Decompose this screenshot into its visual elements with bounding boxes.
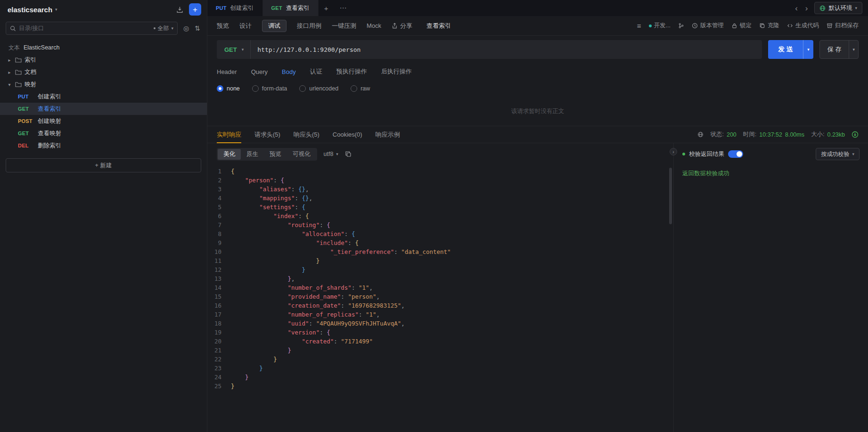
clone-button[interactable]: 克隆: [759, 22, 779, 30]
radio-none[interactable]: none: [217, 85, 240, 92]
more-tabs-icon[interactable]: ⋯: [334, 0, 352, 16]
search-input[interactable]: [19, 25, 151, 32]
branch-icon[interactable]: [678, 23, 684, 29]
view-raw[interactable]: 原生: [241, 149, 264, 160]
body-type-radios: none form-data urlencoded raw: [207, 80, 868, 97]
archive-save-button[interactable]: 归档保存: [827, 22, 859, 30]
chevron-down-icon: ▾: [55, 7, 57, 12]
status-code: 200: [727, 131, 737, 138]
lock-button[interactable]: 锁定: [731, 22, 752, 30]
sort-collapse-icon[interactable]: ⇅: [195, 25, 200, 32]
tab-auth[interactable]: 认证: [310, 67, 322, 76]
tree-folder-mapping[interactable]: ▾ 映射: [0, 78, 207, 90]
tree-item-doc[interactable]: 文本 ElasticSearch: [0, 41, 207, 54]
method-tag: PUT: [18, 94, 38, 99]
radio-icon: [217, 85, 223, 92]
tab-create-index[interactable]: PUT 创建索引: [207, 0, 263, 16]
view-visualize[interactable]: 可视化: [287, 149, 316, 160]
code-line: 4 "mappings": {},: [207, 194, 673, 203]
tab-post-script[interactable]: 后执行操作: [381, 67, 412, 76]
tab-mock[interactable]: Mock: [367, 22, 381, 29]
tab-pre-script[interactable]: 预执行操作: [336, 67, 367, 76]
add-button[interactable]: +: [189, 3, 201, 16]
project-switcher[interactable]: elasticsearch ▾: [8, 6, 57, 14]
validation-dot-icon: [682, 153, 685, 155]
tab-api-cases[interactable]: 接口用例: [297, 22, 321, 30]
radio-form-data[interactable]: form-data: [252, 85, 287, 92]
response-time: 10:37:52: [759, 131, 782, 138]
request-bar: GET ▾ 发 送 ▾ 保 存 ▾: [207, 36, 868, 63]
code-line: 21 }: [207, 346, 673, 355]
method-tag: GET: [18, 106, 38, 112]
method-select[interactable]: GET ▾: [217, 40, 251, 59]
status-dot-icon: [649, 24, 652, 27]
send-options-icon[interactable]: ▾: [803, 40, 813, 59]
app-window: elasticsearch ▾ + 全部 ▾: [0, 0, 868, 432]
tab-live-response[interactable]: 实时响应: [217, 126, 241, 143]
share-button[interactable]: 分享: [392, 22, 412, 30]
radio-urlencoded[interactable]: urlencoded: [299, 85, 338, 92]
version-management-button[interactable]: 版本管理: [692, 22, 724, 30]
locate-api-icon[interactable]: ◎: [183, 25, 189, 32]
new-api-button[interactable]: + 新建: [6, 158, 201, 172]
code-line: 18 "uuid": "4PQAUH9yQ9SVFhJHTuAvqA",: [207, 319, 673, 328]
code-line: 13 },: [207, 274, 673, 283]
tab-header[interactable]: Header: [217, 68, 237, 75]
tab-view-index[interactable]: GET 查看索引: [263, 0, 319, 16]
collapse-panel-icon[interactable]: ›: [670, 148, 677, 155]
validation-toggle[interactable]: [728, 150, 743, 158]
code-scrollbar[interactable]: [669, 168, 672, 224]
generate-code-button[interactable]: 生成代码: [787, 22, 819, 30]
code-line: 19 "version": {: [207, 328, 673, 337]
search-filter-dropdown[interactable]: 全部 ▾: [154, 24, 174, 33]
search-box[interactable]: 全部 ▾: [6, 22, 178, 35]
environment-selector[interactable]: 默认环境 ▾: [814, 2, 862, 14]
code-line: 10 "_tier_preference": "data_content": [207, 247, 673, 256]
tab-cookies[interactable]: Cookies(0): [333, 126, 362, 143]
copy-response-icon[interactable]: [345, 151, 352, 157]
docs-layout-icon[interactable]: ≡: [637, 22, 641, 30]
code-line: 3 "aliases": {},: [207, 185, 673, 194]
code-line: 8 "allocation": {: [207, 229, 673, 238]
nav-forward-icon[interactable]: ›: [804, 4, 809, 12]
view-preview[interactable]: 预览: [264, 149, 287, 160]
tab-response-example[interactable]: 响应示例: [376, 126, 400, 143]
nav-back-icon[interactable]: ‹: [794, 4, 799, 12]
folder-icon: [15, 57, 22, 63]
code-line: 5 "settings": {: [207, 203, 673, 212]
tab-stress-test[interactable]: 一键压测: [332, 22, 356, 30]
import-icon[interactable]: [176, 6, 183, 13]
validation-toggle-label: 校验返回结果: [689, 150, 724, 158]
tree-folder-index[interactable]: ▸ 索引: [0, 54, 207, 66]
filter-dot-icon: [154, 27, 156, 29]
tab-request-headers[interactable]: 请求头(5): [254, 126, 280, 143]
dev-status-selector[interactable]: 开发...: [649, 22, 671, 30]
url-input[interactable]: [251, 40, 762, 59]
mode-debug[interactable]: 调试: [262, 20, 287, 32]
save-button[interactable]: 保 存 ▾: [819, 40, 859, 59]
response-json-viewer[interactable]: 1{2 "person": {3 "aliases": {},4 "mappin…: [207, 165, 673, 432]
tree-folder-document[interactable]: ▸ 文档: [0, 66, 207, 78]
tab-query[interactable]: Query: [251, 68, 268, 75]
mode-design[interactable]: 设计: [239, 22, 252, 30]
radio-icon: [299, 85, 306, 92]
encoding-select[interactable]: utf8 ▾: [324, 151, 338, 157]
tree-item-create-index[interactable]: PUT 创建索引: [0, 90, 207, 103]
mode-preview[interactable]: 预览: [217, 22, 229, 30]
main-area: PUT 创建索引 GET 查看索引 + ⋯ ‹ › 默认环境 ▾: [207, 0, 868, 432]
tree-item-view-mapping[interactable]: GET 查看映射: [0, 127, 207, 139]
tree-item-view-index[interactable]: GET 查看索引: [0, 103, 207, 115]
save-options-icon[interactable]: ▾: [849, 41, 858, 58]
tree-item-delete-index[interactable]: DEL 删除索引: [0, 139, 207, 152]
new-tab-icon[interactable]: +: [319, 0, 334, 16]
response-duration: 8.00ms: [785, 131, 804, 138]
tree-item-create-mapping[interactable]: POST 创建映射: [0, 115, 207, 127]
download-response-icon[interactable]: [852, 131, 859, 138]
code-line: 17 "number_of_replicas": "1",: [207, 310, 673, 319]
send-button[interactable]: 发 送 ▾: [768, 40, 813, 59]
view-beautify[interactable]: 美化: [218, 149, 241, 160]
tab-response-headers[interactable]: 响应头(5): [294, 126, 319, 143]
radio-raw[interactable]: raw: [351, 85, 370, 92]
tab-body[interactable]: Body: [282, 68, 296, 75]
validation-mode-button[interactable]: 按成功校验 ▾: [816, 148, 860, 160]
